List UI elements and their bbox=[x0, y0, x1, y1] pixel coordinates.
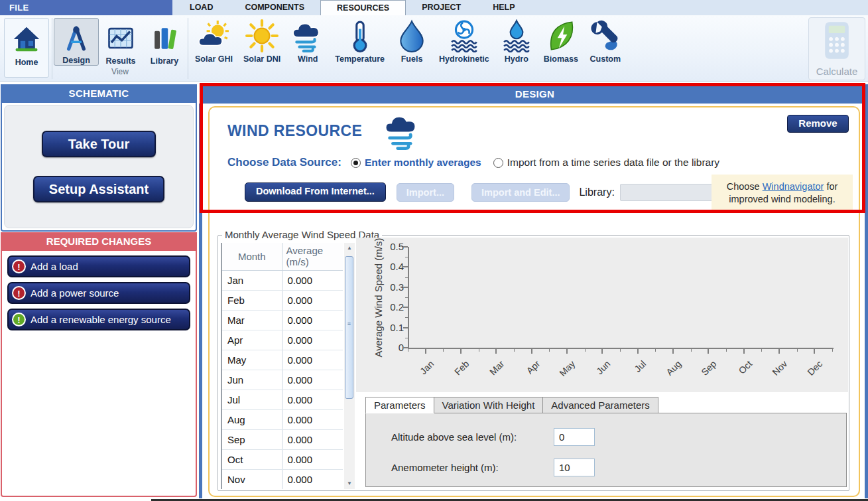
monthly-table-body: Jan0.000Feb0.000Mar0.000Apr0.000May0.000… bbox=[222, 270, 343, 489]
y-axis-line bbox=[408, 247, 409, 349]
download-from-internet-button[interactable]: Download From Internet... bbox=[245, 182, 386, 202]
fuels-button[interactable]: Fuels bbox=[390, 15, 434, 76]
custom-button[interactable]: Custom bbox=[584, 15, 627, 76]
table-row: Jan0.000 bbox=[222, 270, 343, 290]
x-minor-tick bbox=[761, 349, 762, 352]
results-icon bbox=[104, 21, 137, 55]
hydro-button[interactable]: Hydro bbox=[495, 15, 538, 76]
parameter-tabs: Parameters Variation With Height Advance… bbox=[365, 397, 658, 413]
month-cell: Sep bbox=[222, 429, 282, 449]
add-renewable-source-button[interactable]: ! Add a renewable energy source bbox=[7, 309, 190, 330]
toolbar-button-label: Home bbox=[15, 58, 38, 67]
tab-components[interactable]: COMPONENTS bbox=[229, 0, 320, 15]
calculate-icon bbox=[819, 21, 855, 63]
tab-resources[interactable]: RESOURCES bbox=[320, 0, 406, 15]
sidebar: SCHEMATIC Take Tour Setup Assistant REQU… bbox=[0, 82, 198, 501]
design-button[interactable]: Design bbox=[54, 18, 99, 66]
required-change-label: Add a load bbox=[31, 261, 78, 272]
anemometer-height-input[interactable] bbox=[554, 459, 595, 476]
toolbar-button-label: Wind bbox=[298, 54, 318, 64]
remove-button[interactable]: Remove bbox=[787, 115, 849, 133]
average-value-cell[interactable]: 0.000 bbox=[282, 330, 343, 350]
table-row: Oct0.000 bbox=[222, 449, 343, 469]
table-row: Feb0.000 bbox=[222, 290, 343, 310]
table-row: Aug0.000 bbox=[222, 409, 343, 429]
solar-dni-button[interactable]: Solar DNI bbox=[238, 15, 286, 76]
table-scrollbar[interactable]: ▲ ≡ ▼ bbox=[344, 243, 355, 489]
x-tick-mark bbox=[425, 349, 426, 354]
toolbar-button-label: Fuels bbox=[401, 54, 423, 64]
ribbon-toolbar: Home Design Results bbox=[0, 15, 868, 82]
altitude-input[interactable] bbox=[554, 428, 595, 446]
library-button[interactable]: Library bbox=[143, 18, 186, 66]
biomass-icon bbox=[544, 19, 578, 53]
x-tick-mark bbox=[495, 349, 497, 354]
results-button[interactable]: Results bbox=[99, 18, 143, 66]
tab-parameters[interactable]: Parameters bbox=[365, 397, 434, 413]
windnavigator-link[interactable]: Windnavigator bbox=[763, 181, 824, 192]
average-value-cell[interactable]: 0.000 bbox=[282, 310, 343, 330]
month-cell: Nov bbox=[222, 469, 282, 489]
average-value-cell[interactable]: 0.000 bbox=[282, 409, 343, 429]
temperature-button[interactable]: Temperature bbox=[330, 15, 390, 76]
solar-ghi-button[interactable]: Solar GHI bbox=[190, 15, 238, 76]
average-value-cell[interactable]: 0.000 bbox=[282, 390, 343, 409]
average-value-cell[interactable]: 0.000 bbox=[282, 350, 343, 370]
hydrokinetic-button[interactable]: Hydrokinetic bbox=[434, 15, 495, 76]
y-minor-tick bbox=[405, 257, 408, 257]
average-value-cell[interactable]: 0.000 bbox=[282, 449, 343, 469]
thumb-grip-icon: ≡ bbox=[345, 321, 353, 327]
tab-advanced-parameters[interactable]: Advanced Parameters bbox=[543, 397, 658, 413]
radio-import-timeseries[interactable] bbox=[493, 158, 503, 168]
x-minor-tick bbox=[620, 349, 621, 352]
x-tick-mark bbox=[460, 349, 462, 354]
x-tick-label: Dec bbox=[798, 358, 825, 386]
column-header-month: Month bbox=[222, 243, 282, 270]
tab-load[interactable]: LOAD bbox=[174, 0, 229, 15]
tab-project[interactable]: PROJECT bbox=[406, 0, 477, 15]
schematic-section: SCHEMATIC Take Tour Setup Assistant bbox=[1, 84, 197, 232]
scrollbar-thumb[interactable]: ≡ bbox=[345, 256, 353, 399]
average-value-cell[interactable]: 0.000 bbox=[282, 270, 343, 290]
file-menu-button[interactable]: FILE bbox=[0, 0, 172, 15]
average-value-cell[interactable]: 0.000 bbox=[282, 469, 343, 489]
take-tour-button[interactable]: Take Tour bbox=[42, 131, 156, 157]
radio-monthly-averages-label[interactable]: Enter monthly averages bbox=[365, 157, 481, 169]
add-power-source-button[interactable]: ! Add a power source bbox=[7, 282, 190, 304]
y-tick-label: 0.5 bbox=[377, 241, 404, 252]
scroll-down-icon[interactable]: ▼ bbox=[344, 478, 355, 489]
radio-import-timeseries-label[interactable]: Import from a time series data file or t… bbox=[507, 157, 719, 169]
tab-variation-with-height[interactable]: Variation With Height bbox=[434, 397, 544, 413]
column-header-average: Average (m/s) bbox=[282, 243, 343, 270]
required-change-label: Add a power source bbox=[31, 287, 119, 299]
ribbon-tabs: LOAD COMPONENTS RESOURCES PROJECT HELP bbox=[174, 0, 531, 15]
x-tick-label: Jul bbox=[621, 358, 648, 386]
x-minor-tick bbox=[655, 349, 656, 352]
add-load-button[interactable]: ! Add a load bbox=[7, 255, 190, 277]
tab-help[interactable]: HELP bbox=[477, 0, 530, 15]
y-tick-mark bbox=[403, 266, 408, 267]
x-tick-mark bbox=[566, 349, 568, 354]
table-row: Jun0.000 bbox=[222, 370, 343, 390]
home-button[interactable]: Home bbox=[4, 18, 49, 78]
y-tick-mark bbox=[403, 246, 408, 248]
note-text: Choose bbox=[727, 181, 763, 192]
ribbon-separator bbox=[188, 18, 188, 79]
average-value-cell[interactable]: 0.000 bbox=[282, 370, 343, 390]
wind-button[interactable]: Wind bbox=[286, 15, 330, 76]
y-tick-label: 0.2 bbox=[377, 301, 404, 313]
x-tick-mark bbox=[708, 349, 709, 354]
setup-assistant-button[interactable]: Setup Assistant bbox=[33, 176, 164, 202]
average-value-cell[interactable]: 0.000 bbox=[282, 290, 343, 310]
schematic-canvas: Take Tour Setup Assistant bbox=[4, 105, 194, 228]
table-row: Mar0.000 bbox=[222, 310, 343, 330]
x-tick-label: Oct bbox=[727, 358, 754, 386]
radio-monthly-averages[interactable] bbox=[351, 158, 361, 168]
error-badge-icon: ! bbox=[12, 286, 26, 300]
monthly-table: Month Average (m/s) Jan0.000Feb0.000Mar0… bbox=[221, 243, 343, 489]
toolbar-button-label: Custom bbox=[590, 54, 621, 64]
biomass-button[interactable]: Biomass bbox=[538, 15, 584, 76]
required-changes-section: REQUIRED CHANGES ! Add a load ! Add a po… bbox=[1, 232, 197, 497]
scroll-up-icon[interactable]: ▲ bbox=[344, 243, 355, 253]
average-value-cell[interactable]: 0.000 bbox=[282, 429, 343, 449]
